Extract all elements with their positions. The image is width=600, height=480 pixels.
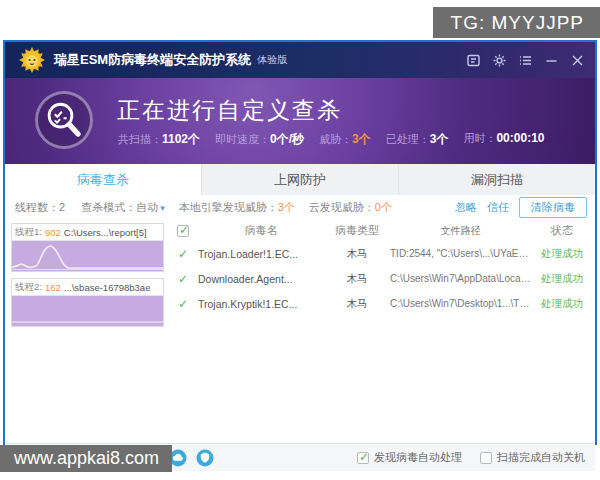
watermark: www.appkai8.com [0,445,172,472]
scan-stats: 共扫描：1102个 即时速度：0个/秒 威胁：3个 已处理：3个 用时：00:0… [118,131,544,148]
auto-shutdown-checkbox[interactable]: 扫描完成自动关机 [480,450,585,465]
col-virus-type: 病毒类型 [324,223,390,238]
thread-panel: 线程1: 902 C:\Users...\report[5] 线程2: [11,223,164,333]
content-area: 线程1: 902 C:\Users...\report[5] 线程2: [5,220,595,471]
titlebar: 瑞星ESM防病毒终端安全防护系统 体验版 [5,42,595,78]
ignore-button[interactable]: 忽略 [455,200,477,215]
table-header-row: 病毒名 病毒类型 文件路径 状态 [168,220,593,241]
app-window: 瑞星ESM防病毒终端安全防护系统 体验版 [3,40,597,445]
thread-1-sparkline [12,241,163,271]
col-file-path: 文件路径 [390,224,531,238]
check-icon: ✓ [168,297,198,311]
local-engine-threats: 本地引擎发现威胁：3个 [179,200,295,215]
virus-type: 木马 [324,297,390,311]
virus-name: Trojan.Kryptik!1.EC... [198,298,324,310]
thread-1-path: C:\Users...\report[5] [64,227,147,238]
app-edition-badge: 体验版 [257,53,287,67]
virus-name: Trojan.Loader!1.EC... [198,248,324,260]
clean-virus-button[interactable]: 清除病毒 [519,197,587,218]
tab-virus-scan[interactable]: 病毒查杀 [5,164,202,195]
stat-threats: 威胁：3个 [319,131,371,148]
tab-web-protection[interactable]: 上网防护 [202,164,399,195]
minimize-icon[interactable] [544,53,559,68]
page: TG: MYYJJPP 瑞星ESM防病毒终端安全防护系统 体验版 [0,0,600,480]
table-row[interactable]: ✓ Downloader.Agent... 木马 C:\Users\Win7\A… [168,266,593,291]
checkbox-icon [357,452,369,464]
virus-type: 木马 [324,247,390,261]
stat-speed: 即时速度：0个/秒 [215,131,304,148]
status-badge: 处理成功 [531,297,593,311]
check-icon: ✓ [168,272,198,286]
virus-table: 病毒名 病毒类型 文件路径 状态 ✓ Trojan.Loader!1.EC...… [168,220,593,316]
scan-toolbar: 线程数：2 查杀模式：自动▾ 本地引擎发现威胁：3个 云发现威胁：0个 忽略 信… [5,195,595,220]
settings-gear-icon[interactable] [492,53,507,68]
status-badge: 处理成功 [531,247,593,261]
menu-list-icon[interactable] [518,53,533,68]
select-all-checkbox[interactable] [177,225,189,237]
thread-count-label: 线程数：2 [15,200,65,215]
tab-vulnerability-scan[interactable]: 漏洞扫描 [399,164,595,195]
table-row[interactable]: ✓ Trojan.Kryptik!1.EC... 木马 C:\Users\Win… [168,291,593,316]
thread-2-count: 162 [45,282,61,293]
thread-1-label: 线程1: [15,226,42,239]
file-path: TID:2544, "C:\Users\...\UYaEB1CDoa.exe" [390,248,531,259]
virus-type: 木马 [324,272,390,286]
close-icon[interactable] [570,53,585,68]
auto-handle-checkbox[interactable]: 发现病毒自动处理 [357,450,462,465]
tab-bar: 病毒查杀 上网防护 漏洞扫描 [5,164,595,195]
stat-handled: 已处理：3个 [386,131,449,148]
app-title: 瑞星ESM防病毒终端安全防护系统 [54,51,251,69]
scan-magnifier-icon [35,91,93,149]
status-badge: 处理成功 [531,272,593,286]
stat-scanned: 共扫描：1102个 [118,131,200,148]
thread-1-box: 线程1: 902 C:\Users...\report[5] [11,223,164,272]
cloud-threats: 云发现威胁：0个 [309,200,392,215]
tg-badge: TG: MYYJJPP [433,7,600,38]
stat-elapsed: 用时：00:00:10 [463,131,544,148]
trust-button[interactable]: 信任 [487,200,509,215]
checkbox-icon [480,452,492,464]
virus-name: Downloader.Agent... [198,273,324,285]
thread-2-box: 线程2: 162 ...\sbase-16798b3ae [11,278,164,327]
file-path: C:\Users\Win7\AppData\Local\...\hn-3[2] [390,273,531,284]
chevron-down-icon: ▾ [160,203,165,213]
scan-title: 正在进行自定义查杀 [117,95,342,126]
file-path: C:\Users\Win7\Desktop\1...\TRBYU23.exe [390,298,531,309]
table-row[interactable]: ✓ Trojan.Loader!1.EC... 木马 TID:2544, "C:… [168,241,593,266]
scan-status-header: 正在进行自定义查杀 共扫描：1102个 即时速度：0个/秒 威胁：3个 已处理：… [5,78,595,164]
thread-2-label: 线程2: [15,281,42,294]
thread-1-count: 902 [45,227,61,238]
notification-icon[interactable] [466,53,481,68]
scan-mode-dropdown[interactable]: 查杀模式：自动▾ [81,200,165,215]
rising-lion-logo [19,47,45,73]
thread-2-path: ...\sbase-16798b3ae [64,282,151,293]
shield-engine-icon[interactable] [196,449,214,467]
thread-2-sparkline [12,296,163,326]
col-status: 状态 [531,223,593,238]
col-virus-name: 病毒名 [198,223,324,238]
check-icon: ✓ [168,247,198,261]
